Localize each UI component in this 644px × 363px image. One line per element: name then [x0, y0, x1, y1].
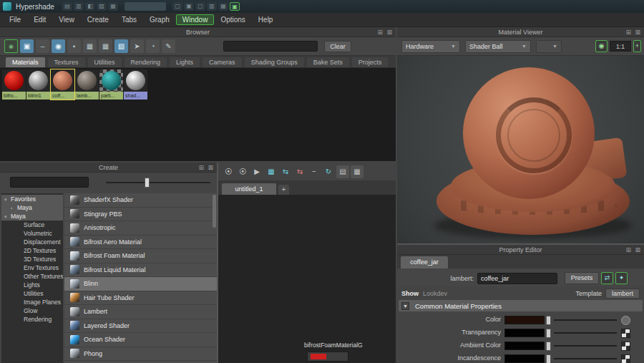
menu-item[interactable]: Options	[214, 14, 251, 25]
geometry-dropdown[interactable]: Shader Ball ▼	[465, 40, 531, 53]
panel-popout-icon[interactable]: ⊞	[625, 28, 631, 37]
browser-toolbar-icon[interactable]: ▧	[114, 39, 128, 53]
section-expander-icon[interactable]: ▼	[401, 302, 409, 310]
map-texture-button[interactable]	[621, 354, 630, 363]
slider-track[interactable]	[554, 358, 617, 359]
swatch-size-slider-track[interactable]	[106, 182, 210, 183]
panel-close-icon[interactable]: ⊠	[635, 28, 640, 37]
panel-popout-icon[interactable]: ⊞	[625, 246, 631, 254]
tree-expander-icon[interactable]: ▾	[4, 213, 11, 221]
browser-tab[interactable]: Bake Sets	[307, 57, 349, 67]
create-tree-item[interactable]: Glow	[1, 306, 63, 315]
workarea-toolbar-icon[interactable]: ▶	[250, 165, 263, 178]
titlebar-icon[interactable]: ▦	[218, 2, 228, 11]
new-tab-button[interactable]: +	[278, 185, 289, 195]
workarea-toolbar-icon[interactable]: ▤	[336, 165, 349, 178]
menu-item[interactable]: Graph	[143, 14, 176, 25]
common-material-properties-section[interactable]: ▼ Common Material Properties	[399, 300, 643, 311]
browser-tab[interactable]: Cameras	[203, 57, 242, 67]
workarea-toolbar-icon[interactable]: ⦿	[222, 165, 235, 178]
renderer-dropdown[interactable]: Hardware ▼	[401, 40, 460, 53]
slider-handle[interactable]	[546, 316, 551, 325]
browser-toolbar-icon[interactable]: –	[36, 39, 49, 53]
workarea-toolbar-icon[interactable]: ↻	[322, 165, 335, 178]
map-texture-button[interactable]	[621, 329, 630, 338]
property-quick-button[interactable]: ✦	[615, 272, 628, 284]
slider-track[interactable]	[554, 345, 617, 347]
workarea-toolbar-icon[interactable]: ▦	[351, 165, 364, 178]
titlebar-icon[interactable]: ▣	[184, 2, 194, 11]
menu-item[interactable]: File	[3, 14, 27, 25]
property-quick-button[interactable]: ⇄	[601, 272, 613, 284]
browser-toolbar-icon[interactable]: ✎	[162, 39, 175, 53]
browser-toolbar-icon[interactable]: ▦	[83, 39, 97, 53]
titlebar-icon[interactable]: ▨	[97, 2, 107, 11]
titlebar-icon[interactable]: ▣	[230, 2, 240, 11]
menu-item[interactable]: View	[52, 14, 81, 25]
menu-item[interactable]: Edit	[27, 14, 52, 25]
titlebar-icon[interactable]: ▤	[62, 2, 72, 11]
color-swatch[interactable]	[504, 329, 545, 337]
workarea-toolbar-icon[interactable]: −	[308, 165, 321, 178]
panel-popout-icon[interactable]: ⊞	[377, 28, 383, 37]
titlebar-icon[interactable]: ▥	[207, 2, 217, 11]
create-tree-item[interactable]: ▾Maya	[1, 212, 63, 221]
browser-toolbar-icon[interactable]: ➤	[130, 39, 144, 53]
create-tree-item[interactable]: Image Planes	[1, 298, 63, 306]
shader-list-item[interactable]: ShaderfX Shader	[64, 193, 217, 208]
material-swatch[interactable]: blinn1	[26, 69, 50, 100]
workarea-tab[interactable]: untitled_1	[222, 183, 276, 195]
slider-handle[interactable]	[546, 354, 551, 363]
material-swatch[interactable]: coff...	[51, 69, 74, 100]
clear-button[interactable]: Clear	[324, 41, 351, 52]
graph-node[interactable]	[307, 352, 348, 362]
slider-handle[interactable]	[546, 329, 551, 338]
browser-tab[interactable]: Textures	[48, 57, 85, 67]
menu-item[interactable]: Create	[81, 14, 115, 25]
tree-expander-icon[interactable]: •	[11, 204, 17, 212]
shader-list-item[interactable]: Layered Shader	[64, 319, 217, 334]
template-dropdown[interactable]: lambert	[605, 289, 640, 299]
slider-track[interactable]	[554, 332, 617, 334]
browser-toolbar-icon[interactable]: ▣	[20, 39, 34, 53]
titlebar-icon[interactable]: ▦	[108, 2, 118, 11]
create-tree-item[interactable]: Volumetric	[1, 229, 63, 238]
browser-tab[interactable]: Projects	[352, 57, 389, 67]
material-swatch[interactable]: lamb...	[75, 69, 99, 100]
zoom-plus-button[interactable]: +	[633, 40, 641, 52]
property-editor-tab[interactable]: coffee_jar	[401, 256, 448, 268]
presets-button[interactable]: Presets	[565, 272, 599, 284]
create-tree-item[interactable]: Utilities	[1, 289, 63, 298]
browser-toolbar-icon[interactable]: ▪	[67, 39, 81, 53]
material-swatch[interactable]: shad...	[124, 69, 147, 100]
workarea-toolbar-icon[interactable]: ▦	[265, 165, 278, 178]
browser-toolbar-icon[interactable]: ✳	[4, 39, 18, 53]
browser-tab[interactable]: Rendering	[125, 57, 167, 67]
swatch-size-slider-handle[interactable]	[145, 178, 150, 188]
shader-list-item[interactable]: Ocean Shader	[64, 333, 217, 347]
environment-dropdown[interactable]: ▼	[536, 40, 562, 53]
snapshot-camera-button[interactable]: ◉	[595, 40, 608, 52]
create-tree-item[interactable]: Other Textures	[1, 272, 63, 281]
menu-item[interactable]: Help	[252, 14, 280, 25]
map-texture-button[interactable]	[621, 342, 630, 351]
color-swatch[interactable]	[504, 342, 545, 350]
panel-close-icon[interactable]: ⊠	[635, 246, 640, 254]
show-menu[interactable]: Show	[401, 290, 419, 297]
slider-track[interactable]	[554, 319, 617, 321]
tree-expander-icon[interactable]: ▾	[4, 195, 11, 203]
create-tree-item[interactable]: Surface	[1, 221, 63, 229]
workspace-selector[interactable]	[125, 2, 166, 11]
color-swatch[interactable]	[504, 354, 545, 363]
create-tree-item[interactable]: ▾Favorites	[1, 195, 63, 203]
titlebar-icon[interactable]: ▥	[74, 2, 84, 11]
titlebar-icon[interactable]: ▢	[172, 2, 182, 11]
titlebar-icon[interactable]: ◧	[85, 2, 95, 11]
create-tree-item[interactable]: Rendering	[1, 315, 63, 324]
create-tree-item[interactable]: Env Textures	[1, 263, 63, 272]
node-graph-canvas[interactable]: bifrostFoamMaterialG	[218, 195, 396, 363]
browser-toolbar-icon[interactable]: ◔	[146, 39, 160, 53]
workarea-toolbar-icon[interactable]: ⇆	[293, 165, 306, 178]
create-tree-item[interactable]: 3D Textures	[1, 255, 63, 263]
create-tree-item[interactable]: Lights	[1, 281, 63, 289]
